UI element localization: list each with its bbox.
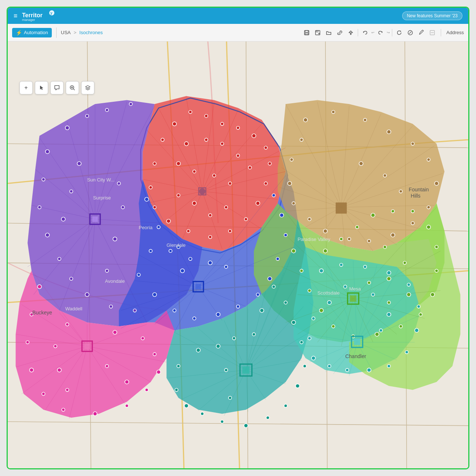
svg-point-221 <box>323 249 327 253</box>
svg-point-291 <box>296 384 300 388</box>
svg-point-143 <box>272 194 275 197</box>
svg-point-328 <box>405 351 408 354</box>
layers-tool[interactable] <box>81 81 94 94</box>
svg-point-226 <box>387 301 390 304</box>
svg-point-251 <box>145 388 148 392</box>
hamburger-icon[interactable]: ≡ <box>14 12 18 20</box>
svg-point-214 <box>435 245 438 249</box>
svg-point-168 <box>364 118 367 122</box>
svg-point-298 <box>252 333 256 336</box>
cursor-tool[interactable] <box>35 81 48 94</box>
svg-rect-92 <box>92 216 98 222</box>
svg-point-136 <box>216 313 220 317</box>
svg-rect-202 <box>350 295 356 302</box>
zoom-in-tool[interactable]: + <box>19 81 33 94</box>
svg-point-51 <box>252 134 256 138</box>
cancel-icon[interactable] <box>405 28 415 37</box>
city-sun-city-west: Sun City W... <box>87 177 115 183</box>
svg-point-139 <box>268 277 272 281</box>
svg-point-204 <box>300 269 303 273</box>
share-icon[interactable] <box>346 28 356 37</box>
breadcrumb-arrow: > <box>74 30 77 35</box>
svg-point-205 <box>308 289 311 292</box>
svg-point-104 <box>109 305 113 308</box>
svg-point-293 <box>300 341 303 344</box>
svg-point-299 <box>232 337 236 340</box>
redo-shortcut: ↪ <box>387 30 390 35</box>
automation-label: Automation <box>24 30 48 35</box>
zoom-area-tool[interactable] <box>66 81 79 94</box>
breadcrumb-country: USA <box>61 30 71 35</box>
svg-point-332 <box>328 364 331 368</box>
comment-tool[interactable] <box>50 81 64 94</box>
svg-point-110 <box>121 206 125 209</box>
app-container: ≡ Territor y manager New features Summer… <box>7 7 469 469</box>
svg-point-50 <box>237 126 240 130</box>
toolbar-icons: ↩ ↪ <box>302 28 437 37</box>
city-fountain-hills: Fountain <box>409 187 429 192</box>
svg-rect-242 <box>84 343 90 349</box>
city-surprise: Surprise <box>93 195 111 201</box>
svg-point-282 <box>196 348 200 352</box>
svg-point-65 <box>184 142 188 146</box>
svg-point-146 <box>189 257 192 260</box>
svg-point-103 <box>85 293 89 297</box>
svg-point-112 <box>105 269 109 273</box>
svg-point-297 <box>260 309 264 313</box>
svg-point-322 <box>340 263 343 267</box>
undo-icon[interactable] <box>360 28 370 37</box>
refresh-icon[interactable] <box>394 28 404 37</box>
svg-point-94 <box>86 114 89 118</box>
svg-rect-8 <box>316 30 318 32</box>
svg-rect-6 <box>305 33 308 35</box>
svg-point-219 <box>356 226 359 229</box>
svg-point-261 <box>125 380 129 384</box>
svg-point-171 <box>427 158 430 161</box>
link-icon[interactable] <box>335 28 345 37</box>
svg-point-63 <box>153 162 156 165</box>
svg-point-75 <box>177 194 180 197</box>
map-container[interactable]: + <box>8 42 468 468</box>
svg-point-329 <box>387 364 390 368</box>
svg-point-259 <box>66 388 69 392</box>
svg-point-46 <box>173 122 177 126</box>
svg-point-326 <box>417 305 421 308</box>
svg-point-97 <box>46 150 50 154</box>
breadcrumb-section[interactable]: Isochrones <box>79 30 103 35</box>
svg-point-49 <box>220 122 224 126</box>
city-peoria: Peoria <box>139 225 153 230</box>
svg-point-321 <box>320 269 324 273</box>
svg-point-134 <box>173 309 176 312</box>
city-avondale: Avondale <box>105 278 125 284</box>
svg-point-334 <box>308 337 311 340</box>
svg-point-217 <box>391 210 394 213</box>
svg-point-73 <box>228 182 232 185</box>
svg-point-132 <box>137 273 140 277</box>
new-features-label: New features Summer '23 <box>407 13 458 18</box>
svg-point-302 <box>228 396 232 400</box>
edit-icon[interactable] <box>416 28 426 37</box>
save-as-icon[interactable] <box>313 28 322 37</box>
svg-point-227 <box>407 293 411 297</box>
svg-point-224 <box>387 277 391 281</box>
folder-icon[interactable] <box>324 28 333 37</box>
city-glendale: Glendale <box>166 242 185 248</box>
toolbar-sep-2 <box>358 29 358 36</box>
svg-point-68 <box>237 154 240 157</box>
svg-point-173 <box>427 206 430 209</box>
svg-point-245 <box>26 341 29 344</box>
disable-icon[interactable] <box>428 28 437 37</box>
svg-point-93 <box>65 126 69 130</box>
svg-point-60 <box>166 219 170 223</box>
map-svg: Buckeye Fountain Hills Sun City W... Sur… <box>8 42 468 468</box>
svg-point-331 <box>346 368 349 372</box>
svg-point-184 <box>359 162 363 166</box>
toolbar-separator-1 <box>56 28 57 38</box>
svg-point-55 <box>256 201 260 205</box>
redo-icon[interactable] <box>376 28 385 37</box>
save-icon[interactable] <box>302 28 311 37</box>
automation-button[interactable]: ⚡ Automation <box>12 28 52 37</box>
svg-point-105 <box>133 309 137 312</box>
svg-point-77 <box>209 214 212 217</box>
svg-point-248 <box>62 408 65 411</box>
